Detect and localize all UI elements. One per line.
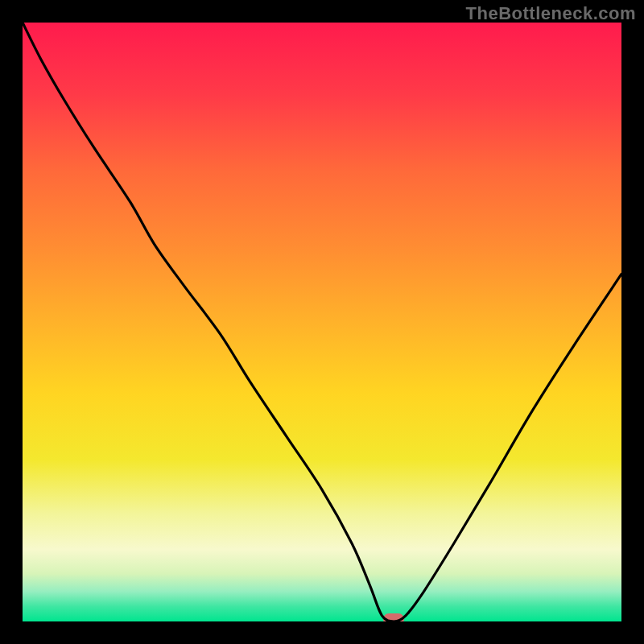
- bottleneck-curve: [23, 23, 621, 621]
- watermark-text: TheBottleneck.com: [466, 3, 636, 24]
- chart-frame: TheBottleneck.com: [0, 0, 644, 644]
- plot-area: [23, 23, 621, 621]
